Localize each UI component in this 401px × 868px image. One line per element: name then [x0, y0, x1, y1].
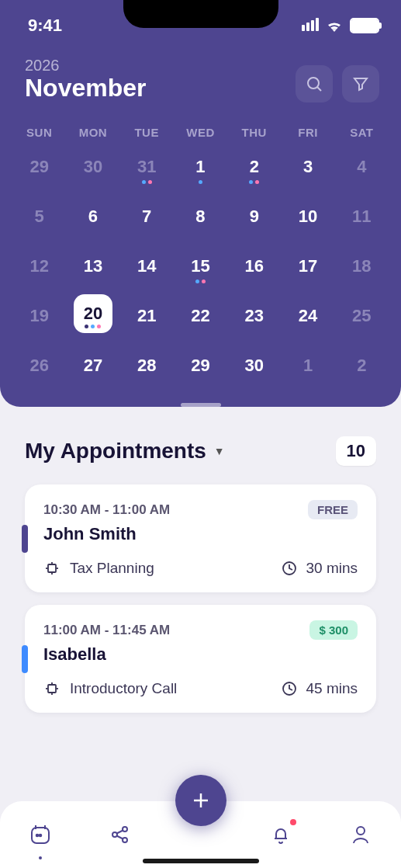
day-number: 13	[84, 256, 102, 276]
calendar-day[interactable]: 25	[335, 294, 389, 338]
nav-notifications[interactable]	[267, 821, 295, 849]
price-badge: $ 300	[309, 620, 358, 640]
day-number: 18	[352, 256, 371, 276]
day-number: 30	[245, 356, 264, 376]
calendar-day[interactable]: 13	[66, 245, 119, 288]
drag-handle[interactable]	[181, 403, 221, 407]
calendar-day[interactable]: 31	[120, 145, 174, 189]
calendar-day[interactable]: 30	[66, 145, 119, 189]
calendar-day[interactable]: 1	[281, 344, 334, 387]
calendar-day[interactable]: 16	[227, 245, 281, 288]
appointment-time: 10:30 AM - 11:00 AM	[43, 502, 170, 518]
calendar-day[interactable]: 18	[335, 245, 389, 288]
day-number: 29	[191, 356, 209, 376]
filter-button[interactable]	[342, 65, 379, 102]
weekday-label: SAT	[335, 126, 389, 139]
calendar-day[interactable]: 29	[12, 145, 66, 189]
day-number: 31	[137, 157, 156, 177]
weekday-label: SUN	[12, 126, 66, 139]
profile-icon	[350, 824, 372, 845]
calendar-day[interactable]: 3	[281, 145, 334, 189]
tag-icon	[43, 560, 60, 577]
add-button[interactable]	[175, 775, 226, 826]
day-number: 7	[142, 207, 151, 227]
calendar-day[interactable]: 24	[281, 294, 334, 338]
calendar-day[interactable]: 1	[174, 145, 227, 189]
calendar-day[interactable]: 2	[335, 344, 389, 387]
nav-share[interactable]	[106, 821, 134, 849]
svg-line-25	[117, 836, 123, 839]
month-year-heading[interactable]: 2026 November	[25, 57, 147, 102]
calendar-day[interactable]: 5	[12, 195, 66, 238]
calendar-day[interactable]: 28	[120, 344, 174, 387]
appointment-duration: 45 mins	[306, 680, 358, 697]
calendar-day[interactable]: 20	[74, 294, 112, 333]
accent-stripe	[22, 525, 28, 553]
appointment-time: 11:00 AM - 11:45 AM	[43, 623, 170, 638]
calendar-day[interactable]: 9	[227, 195, 281, 238]
day-number: 27	[84, 356, 102, 376]
calendar-day[interactable]: 4	[335, 145, 389, 189]
weekday-label: TUE	[120, 126, 174, 139]
calendar-day[interactable]: 12	[12, 245, 66, 288]
day-number: 1	[195, 157, 205, 177]
nav-calendar[interactable]	[26, 821, 54, 849]
day-number: 2	[250, 157, 259, 177]
calendar-day[interactable]: 14	[120, 245, 174, 288]
svg-point-20	[39, 835, 41, 837]
event-dots	[249, 180, 259, 184]
calendar-icon	[29, 823, 52, 846]
nav-profile[interactable]	[347, 821, 375, 849]
status-time: 9:41	[28, 16, 62, 36]
calendar-day[interactable]: 8	[174, 195, 227, 238]
appointment-card[interactable]: 10:30 AM - 11:00 AMFREEJohn SmithTax Pla…	[25, 484, 376, 592]
year-label: 2026	[25, 57, 147, 73]
day-number: 15	[191, 256, 209, 276]
day-number: 19	[29, 306, 48, 326]
day-number: 17	[299, 256, 317, 276]
calendar-day[interactable]: 6	[66, 195, 119, 238]
calendar-day[interactable]: 11	[335, 195, 389, 238]
appointment-name: John Smith	[43, 524, 358, 544]
day-number: 28	[137, 356, 156, 376]
device-notch	[123, 0, 278, 28]
calendar-day[interactable]: 26	[12, 344, 66, 387]
day-number: 20	[84, 304, 102, 324]
battery-icon	[350, 18, 379, 33]
calendar-day[interactable]: 23	[227, 294, 281, 338]
calendar-day[interactable]: 17	[281, 245, 334, 288]
calendar-day[interactable]: 19	[12, 294, 66, 338]
appointment-name: Isabella	[43, 644, 358, 665]
svg-point-19	[36, 835, 38, 837]
day-number: 30	[84, 157, 102, 177]
calendar-panel: 9:41 2026 November SUNMONTUEWEDTHUFRISAT…	[0, 0, 401, 407]
signal-icon	[300, 16, 319, 36]
wifi-icon	[325, 19, 344, 33]
calendar-day[interactable]: 7	[120, 195, 174, 238]
event-dots	[85, 325, 101, 328]
weekday-label: THU	[227, 126, 281, 139]
calendar-day[interactable]: 30	[227, 344, 281, 387]
clock-icon	[281, 560, 298, 577]
event-dots	[142, 180, 152, 184]
clock-icon	[281, 680, 298, 697]
calendar-day[interactable]: 2	[227, 145, 281, 189]
svg-point-22	[123, 827, 127, 832]
weekday-label: WED	[174, 126, 227, 139]
calendar-day[interactable]: 10	[281, 195, 334, 238]
calendar-day[interactable]: 22	[174, 294, 227, 338]
calendar-day[interactable]: 15	[174, 245, 227, 288]
calendar-day[interactable]: 27	[66, 344, 119, 387]
bell-icon	[270, 824, 292, 845]
weekday-label: FRI	[281, 126, 334, 139]
svg-line-1	[317, 87, 321, 91]
search-icon	[305, 75, 323, 93]
search-button[interactable]	[296, 65, 333, 102]
calendar-day[interactable]: 21	[120, 294, 174, 338]
appointment-card[interactable]: 11:00 AM - 11:45 AM$ 300IsabellaIntroduc…	[25, 605, 376, 713]
day-number: 9	[250, 207, 259, 227]
appointments-count-badge: 10	[336, 436, 376, 466]
appointments-title[interactable]: My Appointments ▼	[25, 439, 225, 464]
price-badge: FREE	[308, 500, 358, 519]
calendar-day[interactable]: 29	[174, 344, 227, 387]
